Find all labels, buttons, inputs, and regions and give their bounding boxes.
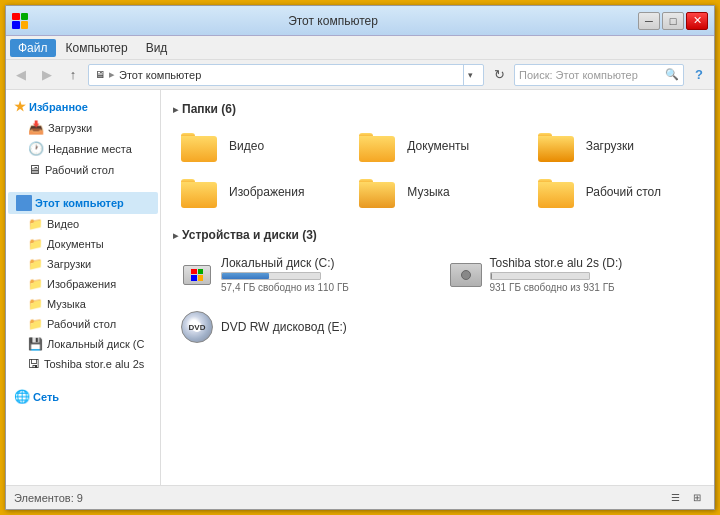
drive-c-item[interactable]: Локальный диск (C:) 57,4 ГБ свободно из … (173, 252, 434, 297)
view-details-button[interactable]: ☰ (666, 489, 684, 507)
img-folder-icon: 📁 (28, 277, 43, 291)
menu-file[interactable]: Файл (10, 39, 56, 57)
music-folder-icon: 📁 (28, 297, 43, 311)
drives-section-label: Устройства и диски (3) (182, 228, 317, 242)
forward-button[interactable]: ▶ (36, 64, 58, 86)
recent-icon: 🕐 (28, 141, 44, 156)
sidebar-item-recent-label: Недавние места (48, 143, 132, 155)
folder-item-images[interactable]: Изображения (173, 172, 345, 212)
sidebar-divider-2 (6, 378, 160, 386)
folder-item-music[interactable]: Музыка (351, 172, 523, 212)
desktop-folder-large-icon (538, 176, 578, 208)
sidebar-item-images[interactable]: 📁 Изображения (8, 274, 158, 294)
sidebar-network-header[interactable]: 🌐 Сеть (6, 386, 160, 407)
folder-images-label: Изображения (229, 185, 304, 199)
address-icon: 🖥 (95, 69, 105, 80)
sidebar-computer-header[interactable]: Этот компьютер (8, 192, 158, 214)
drive-d-icon (450, 263, 482, 287)
sidebar-item-downloads2-label: Загрузки (47, 258, 91, 270)
network-icon: 🌐 (14, 389, 30, 404)
sidebar-item-desktop2[interactable]: 📁 Рабочий стол (8, 314, 158, 334)
drive-c-bar (222, 273, 269, 279)
dvd-inner-label: DVD (192, 322, 202, 332)
sidebar-item-video-label: Видео (47, 218, 79, 230)
titlebar-buttons: ─ □ ✕ (638, 12, 708, 30)
sidebar-item-downloads[interactable]: 📥 Загрузки (8, 117, 158, 138)
sidebar-item-localc-label: Локальный диск (C (47, 338, 144, 350)
dl-folder-icon: 📁 (28, 257, 43, 271)
sidebar-item-recent[interactable]: 🕐 Недавние места (8, 138, 158, 159)
up-button[interactable]: ↑ (62, 64, 84, 86)
back-button[interactable]: ◀ (10, 64, 32, 86)
address-bar[interactable]: 🖥 ▸ Этот компьютер ▾ (88, 64, 484, 86)
dvd-icon: DVD (181, 311, 213, 343)
sidebar-computer-section: Этот компьютер 📁 Видео 📁 Документы 📁 Заг… (6, 192, 160, 374)
maximize-button[interactable]: □ (662, 12, 684, 30)
drive-d-item[interactable]: Toshiba stor.e alu 2s (D:) 931 ГБ свобод… (442, 252, 703, 297)
dvd-item[interactable]: DVD DVD RW дисковод (E:) (173, 307, 702, 347)
sidebar-item-desktop2-label: Рабочий стол (47, 318, 116, 330)
sidebar-item-desktop[interactable]: 🖥 Рабочий стол (8, 159, 158, 180)
folder-item-desktop[interactable]: Рабочий стол (530, 172, 702, 212)
view-tiles-button[interactable]: ⊞ (688, 489, 706, 507)
folder-downloads-label: Загрузки (586, 139, 634, 153)
sidebar-network-section: 🌐 Сеть (6, 386, 160, 407)
sidebar-item-desktop-label: Рабочий стол (45, 164, 114, 176)
toolbar: ◀ ▶ ↑ 🖥 ▸ Этот компьютер ▾ ↻ Поиск: Этот… (6, 60, 714, 90)
sidebar-item-video[interactable]: 📁 Видео (8, 214, 158, 234)
folders-arrow-icon: ▸ (173, 104, 178, 115)
folders-section-label: Папки (6) (182, 102, 236, 116)
titlebar: Этот компьютер ─ □ ✕ (6, 6, 714, 36)
folder-item-downloads[interactable]: Загрузки (530, 126, 702, 166)
address-separator: ▸ (109, 68, 115, 81)
drives-arrow-icon: ▸ (173, 230, 178, 241)
sidebar-item-toshiba[interactable]: 🖫 Toshiba stor.e alu 2s (8, 354, 158, 374)
dvd-label: DVD RW дисковод (E:) (221, 320, 347, 334)
sidebar-item-music[interactable]: 📁 Музыка (8, 294, 158, 314)
folder-video-label: Видео (229, 139, 264, 153)
sidebar-favorites-label: Избранное (29, 101, 88, 113)
explorer-window: Этот компьютер ─ □ ✕ Файл Компьютер Вид … (5, 5, 715, 510)
music-folder-large-icon (359, 176, 399, 208)
sidebar-network-label: Сеть (33, 391, 59, 403)
drive-d-name: Toshiba stor.e alu 2s (D:) (490, 256, 623, 270)
search-placeholder-text: Поиск: Этот компьютер (519, 69, 663, 81)
sidebar-item-localc[interactable]: 💾 Локальный диск (C (8, 334, 158, 354)
sidebar-item-downloads2[interactable]: 📁 Загрузки (8, 254, 158, 274)
menu-view[interactable]: Вид (138, 39, 176, 57)
sidebar-item-toshiba-label: Toshiba stor.e alu 2s (44, 358, 144, 370)
drive-d-size: 931 ГБ свободно из 931 ГБ (490, 282, 623, 293)
drive-ext-icon: 🖫 (28, 357, 40, 371)
folder-item-documents[interactable]: Документы (351, 126, 523, 166)
drive-c-info: Локальный диск (C:) 57,4 ГБ свободно из … (221, 256, 349, 293)
titlebar-left (12, 13, 28, 29)
drives-section-header: ▸ Устройства и диски (3) (173, 228, 702, 242)
images-folder-large-icon (181, 176, 221, 208)
sidebar-favorites-header[interactable]: ★ Избранное (6, 96, 160, 117)
menu-computer[interactable]: Компьютер (58, 39, 136, 57)
computer-icon (16, 195, 32, 211)
documents-folder-large-icon (359, 130, 399, 162)
minimize-button[interactable]: ─ (638, 12, 660, 30)
statusbar-items-count: Элементов: 9 (14, 492, 83, 504)
sidebar-divider-1 (6, 184, 160, 192)
folder-item-video[interactable]: Видео (173, 126, 345, 166)
address-path: Этот компьютер (119, 69, 201, 81)
windows-logo-icon (12, 13, 28, 29)
file-area: ▸ Папки (6) Видео (161, 90, 714, 485)
favorites-star-icon: ★ (14, 99, 26, 114)
drive-c-name: Локальный диск (C:) (221, 256, 349, 270)
folders-grid: Видео Документы Загрузки (173, 126, 702, 212)
drive-d-bar (491, 273, 492, 279)
close-button[interactable]: ✕ (686, 12, 708, 30)
sidebar-item-images-label: Изображения (47, 278, 116, 290)
address-dropdown-button[interactable]: ▾ (463, 65, 477, 85)
sidebar: ★ Избранное 📥 Загрузки 🕐 Недавние места … (6, 90, 161, 485)
drive-c-icon: 💾 (28, 337, 43, 351)
refresh-button[interactable]: ↻ (488, 64, 510, 86)
help-button[interactable]: ? (688, 64, 710, 86)
search-bar[interactable]: Поиск: Этот компьютер 🔍 (514, 64, 684, 86)
folder-documents-label: Документы (407, 139, 469, 153)
sidebar-item-documents[interactable]: 📁 Документы (8, 234, 158, 254)
drive-d-bar-container (490, 272, 590, 280)
